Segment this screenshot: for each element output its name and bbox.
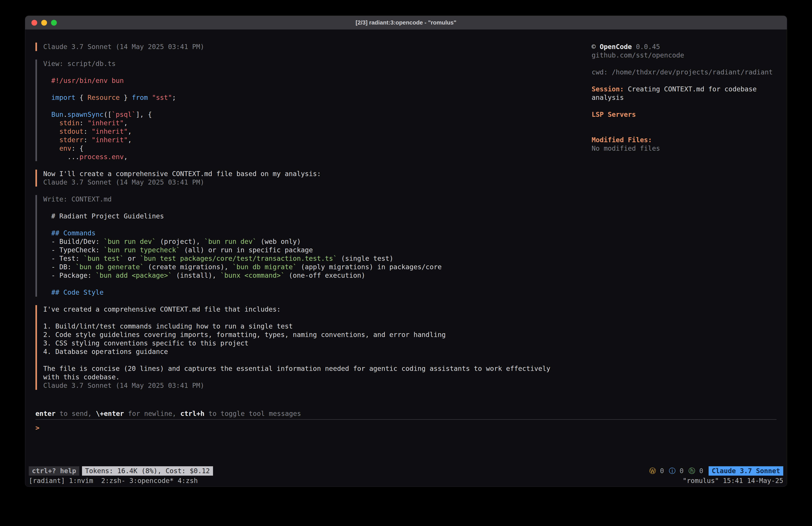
text-segment: OpenCode [600,43,632,51]
text-segment [43,127,59,135]
spacer [25,398,787,409]
text-segment: "inherit" [91,127,128,135]
message-input[interactable] [43,424,777,432]
text-line: 1. Build/lint/test commands including ho… [43,322,585,330]
text-segment: or [124,255,140,262]
text-segment: `bun run dev` [104,238,156,245]
text-line [592,119,777,127]
text-segment: cwd: /home/thdxr/dev/projects/radiant/ra… [592,68,773,76]
text-line: import { Resource } from "sst"; [43,94,585,102]
text-line: No modified files [592,144,777,153]
text-segment: (single test) [337,255,393,262]
text-line [592,76,777,85]
text-line [592,59,777,68]
text-line: - Package: `bun add <package>` (install)… [43,271,585,280]
text-segment: Modified Files: [592,136,652,144]
text-segment: I've created a comprehensive CONTEXT.md … [43,305,281,313]
text-line [43,68,585,76]
text-segment: , [128,127,132,135]
tmux-session-windows[interactable]: [radiant] 1:nvim 2:zsh- 3:opencode* 4:zs… [29,477,198,485]
terminal-window: [2/3] radiant:3:opencode - "romulus" Cla… [25,16,787,487]
text-segment: LSP Servers [592,111,636,118]
text-line: stdin: "inherit", [43,119,585,127]
sidebar-panel: © OpenCode 0.0.45github.com/sst/opencode… [592,43,777,398]
prompt-row: > [25,424,787,432]
diagnostic-count: 0 [695,467,703,475]
tool-block: View: script/db.ts #!/usr/bin/env bun im… [35,59,585,161]
text-segment: stderr [59,136,83,144]
text-segment: stdin [59,119,79,127]
text-segment: env [59,144,71,152]
statusbar: ctrl+? help Tokens: 16.4K (8%), Cost: $0… [25,466,787,476]
tool-block: Write: CONTEXT.md # Radiant Project Guid… [35,195,585,297]
tmux-host-time: "romulus" 15:41 14-May-25 [683,477,783,485]
text-line: 3. CSS styling conventions specific to t… [43,339,585,347]
text-segment: Now I'll create a comprehensive CONTEXT.… [43,170,321,177]
chat-transcript[interactable]: Claude 3.7 Sonnet (14 May 2025 03:41 PM)… [35,43,585,398]
text-segment: ctrl+h [180,410,204,417]
diagnostic-counter: ⓗ 0 [688,467,703,475]
text-segment: `bun test` [84,255,124,262]
zoom-button[interactable] [51,20,57,26]
text-segment: `bun run dev` [204,238,257,245]
text-segment: - Package: [43,271,96,279]
text-segment: 4. Database operations guidance [43,348,168,355]
text-segment: `bun db migrate` [232,263,297,271]
text-segment: to send, [56,410,96,417]
text-line: 4. Database operations guidance [43,347,585,356]
text-segment: 3. CSS styling conventions specific to t… [43,339,248,347]
text-line: Session: Creating CONTEXT.md for codebas… [592,85,777,102]
text-line: Claude 3.7 Sonnet (14 May 2025 03:41 PM) [43,381,585,390]
message-block: I've created a comprehensive CONTEXT.md … [35,305,585,390]
text-line: github.com/sst/opencode [592,51,777,59]
close-button[interactable] [31,20,37,26]
text-line [43,221,585,229]
diagnostic-icon: ⓘ [669,467,676,475]
text-segment: No modified files [592,144,660,152]
text-segment: , [124,153,128,161]
diagnostic-count: 0 [676,467,684,475]
text-line: Claude 3.7 Sonnet (14 May 2025 03:41 PM) [43,178,585,187]
text-segment: `bunx <command>` [220,271,285,279]
text-line: env: { [43,144,585,153]
text-segment: from [132,94,148,101]
minimize-button[interactable] [41,20,47,26]
text-line: ## Commands [43,229,585,237]
text-line: View: script/db.ts [43,59,585,68]
message-block: Claude 3.7 Sonnet (14 May 2025 03:41 PM) [35,43,585,51]
text-segment: : [79,119,88,127]
text-segment: Session: [592,85,624,93]
text-line: ...process.env, [43,153,585,161]
text-line [43,356,585,365]
model-badge[interactable]: Claude 3.7 Sonnet [709,466,783,475]
text-segment [148,94,152,101]
text-segment: (one-off execution) [285,271,365,279]
text-segment: (web only) [257,238,301,245]
text-segment: # Radiant Project Guidelines [43,212,164,220]
text-segment: "inherit" [91,136,128,144]
text-segment: , [124,119,128,127]
message-block: Now I'll create a comprehensive CONTEXT.… [35,170,585,187]
diagnostic-count: 0 [656,467,664,475]
text-segment: to toggle tool messages [205,410,301,417]
text-line: stderr: "inherit", [43,136,585,144]
text-line [592,127,777,136]
titlebar[interactable]: [2/3] radiant:3:opencode - "romulus" [25,16,787,30]
text-segment: - DB: [43,263,75,271]
text-segment: 1. Build/lint/test commands including ho… [43,322,293,330]
text-segment: "inherit" [88,119,124,127]
status-right: Ⓦ 0ⓘ 0ⓗ 0 Claude 3.7 Sonnet [649,466,783,475]
text-line: Now I'll create a comprehensive CONTEXT.… [43,170,585,178]
help-badge[interactable]: ctrl+? help [29,466,79,475]
text-line [43,203,585,212]
text-segment: ], { [136,111,152,118]
text-segment: "sst" [152,94,172,101]
text-segment: `bun run typecheck` [104,246,180,254]
text-segment [43,119,59,127]
text-segment: : { [71,144,83,152]
text-segment [43,288,51,296]
text-line: Modified Files: [592,136,777,144]
text-line: # Radiant Project Guidelines [43,212,585,221]
text-line: - TypeCheck: `bun run typecheck` (all) o… [43,246,585,254]
text-line [43,280,585,288]
